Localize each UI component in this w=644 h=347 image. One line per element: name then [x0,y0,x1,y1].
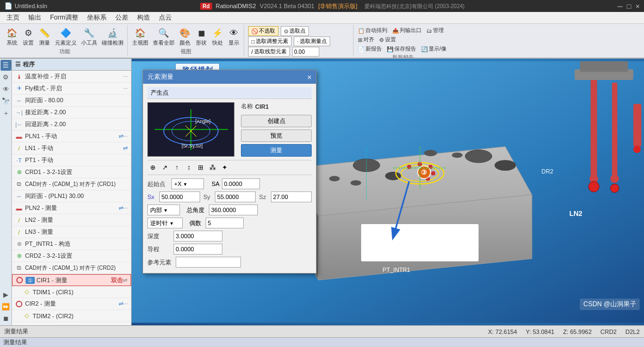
sidebar-icon-add[interactable]: ＋ [1,108,11,119]
prog-item-cir2[interactable]: CIR2 - 测量 ⇌ ··· [12,298,131,310]
tb-element-def-btn[interactable]: 🔷元素定义 [53,27,78,47]
prog-item-cir1[interactable]: ① CIR1 - 测量 双击 ⇌ [12,274,131,286]
prog-pln1-menu[interactable]: ··· [123,133,128,139]
dlg-icon-5[interactable]: ⊞ [195,162,206,173]
prog-item-fly[interactable]: ✈ Fly模式 - 开启 ··· [12,83,131,95]
total-angle-input[interactable] [209,205,258,215]
ref-input[interactable] [176,257,241,268]
prog-item-crd1[interactable]: ⊕ CRD1 - 3-2-1设置 [12,166,131,178]
tb-view-all-btn[interactable]: 🔍查看全部 [151,27,176,47]
select-elem-btn[interactable]: □选取调整元素 [248,36,292,46]
prog-item-cad1[interactable]: ⧉ CAD对齐 - (CADM_1) 对齐于 (CRD1) [12,178,131,190]
prog-fly-menu[interactable]: ··· [123,85,128,91]
window-controls[interactable]: ─ □ × [617,2,640,10]
prog-item-pt-intr1[interactable]: ⊕ PT_INTR1 - 构造 [12,238,131,250]
close-button[interactable]: × [635,2,640,10]
count-input[interactable] [206,218,244,228]
sidebar-icon-stop[interactable]: ⏹ [1,313,11,324]
menu-home[interactable]: 主页 [2,12,24,23]
tb-fast-btn[interactable]: ⚡快处 [210,27,225,47]
sidebar-icon-view[interactable]: 👁 [1,84,11,95]
prog-cir2-menu[interactable]: ··· [123,301,128,307]
create-point-btn[interactable]: 创建点 [241,115,312,127]
prog-temperature-menu[interactable]: ··· [123,73,128,79]
prog-item-gap2[interactable]: ↔ 间距面 - (PLN1) 30.00 [12,190,131,202]
tb-new-report-btn[interactable]: 📄新报告 [356,45,383,53]
dialog-close-btn[interactable]: × [307,73,312,82]
prog-item-temperature[interactable]: 🌡 温度补偿 - 开启 ··· [12,71,131,83]
prog-item-tdim2[interactable]: ◇ TDIM2 - (CIR2) [12,310,131,322]
menu-coord[interactable]: 坐标系 [83,12,111,23]
tb-align-btn[interactable]: ⊞对齐 [356,35,376,44]
tb-save-report-btn[interactable]: 💾保存报告 [385,45,418,53]
tb-main-view-btn[interactable]: 🏠主视图 [131,27,150,47]
tb-manage-btn[interactable]: 🗂管理 [425,26,445,35]
inner-select[interactable]: 内部 [147,205,180,215]
select-line-btn[interactable]: /选取线型元素 [248,47,290,57]
sy-input[interactable] [215,191,256,202]
tb-color-btn[interactable]: 🎨颜色 [177,27,193,47]
sx-input[interactable] [159,191,200,202]
sidebar-icon-play[interactable]: ▶ [1,289,11,300]
sa-input[interactable] [222,178,260,189]
sz-input[interactable] [271,191,312,202]
prog-item-pt1[interactable]: ·T PT1 - 手动 [12,154,131,166]
tb-report-settings-btn[interactable]: ⚙设置 [377,35,398,44]
depth-input[interactable] [174,231,222,241]
tb-collision-btn[interactable]: 🔬碰撞检测 [100,27,125,47]
dialog-title-bar[interactable]: 元素测量 × [143,70,316,84]
sidebar-icon-play2[interactable]: ⏩ [1,301,11,312]
tb-tools-btn[interactable]: 🔧小工具 [79,27,99,47]
menu-pointcloud[interactable]: 点云 [154,12,176,23]
dialog-right-panel: 名称 CIR1 创建点 预览 测量 [241,102,312,157]
tb-settings-btn[interactable]: ⚙设置 [21,27,36,47]
menu-construct[interactable]: 构造 [133,12,154,23]
start-point-select[interactable]: +X [171,178,204,189]
prog-item-ln2[interactable]: / LN2 - 测量 [12,214,131,226]
tb-measure-btn[interactable]: 📏测量 [37,27,52,47]
prog-item-approach[interactable]: →| 接近距离 - 2.00 [12,107,131,119]
prog-item-retract[interactable]: |← 回退距离 - 2.00 [12,119,131,131]
prog-item-ln1[interactable]: / LN1 - 手动 ⇌ [12,142,131,154]
prog-item-pln2[interactable]: ▬ PLN2 - 测量 ⇌ ··· [12,202,131,214]
maximize-button[interactable]: □ [627,2,631,10]
prog-cir1-menu[interactable]: ⇌ [123,277,127,283]
menu-tolerance[interactable]: 公差 [111,12,133,23]
dlg-icon-1[interactable]: ⊕ [147,162,158,173]
dlg-icon-2[interactable]: ↗ [159,162,170,173]
select-value-input[interactable] [292,47,319,57]
menu-form[interactable]: Form调整 [46,12,83,23]
menu-output[interactable]: 输出 [24,12,46,23]
select-measure-btn[interactable]: ·选取测量点 [294,36,330,46]
minimize-button[interactable]: ─ [617,2,622,10]
tb-show-mirror-btn[interactable]: 🔄显示/像 [419,45,448,53]
pt-intr-icon: ⊕ [15,240,23,248]
measure-btn[interactable]: 测量 [241,144,312,157]
tb-shape-btn[interactable]: ◼形状 [194,27,209,47]
measurement-dialog[interactable]: 元素测量 × 产生点 [143,70,317,274]
3d-viewport[interactable]: ③ LN3 LN2 DR2 PN1 PT_INTR1 [132,59,644,325]
dlg-icon-7[interactable]: ✦ [219,162,230,173]
sidebar-icon-list[interactable]: ☰ [1,60,11,71]
prog-item-crd2[interactable]: ⊕ CRD2 - 3-2-1设置 [12,250,131,262]
prog-pln2-menu[interactable]: ··· [123,205,128,211]
prog-item-ln3[interactable]: / LN3 - 测量 [12,226,131,238]
dlg-icon-3[interactable]: ↑ [171,162,182,173]
tb-output-ports-btn[interactable]: 📤列输出口 [391,26,423,35]
lead-input[interactable] [174,244,222,255]
tb-system-btn[interactable]: 🏠系统 [4,27,20,47]
dlg-icon-6[interactable]: ⁂ [207,162,218,173]
no-select-btn[interactable]: 🚫不选取 [248,26,278,36]
prog-item-gap[interactable]: ↔ 间距面 - 80.00 [12,95,131,107]
prog-item-tdim1[interactable]: ◇ TDIM1 - (CIR1) [12,286,131,298]
sidebar-icon-settings[interactable]: ⚙ [1,72,11,83]
prog-item-cad2[interactable]: ⧉ CAD对齐 - (CADM_1) 对齐于 (CRD2) [12,262,131,274]
prog-item-pln1[interactable]: ▬ PLN1 - 手动 ⇌ ··· [12,131,131,142]
sidebar-icon-probe[interactable]: 🔭 [1,96,11,107]
select-point-btn[interactable]: ⊙选取点 [281,26,309,36]
tb-display-btn[interactable]: 👁显示 [226,27,242,47]
direction-select[interactable]: 逆时针 [147,218,183,228]
tb-auto-arrange-btn[interactable]: 📋自动排列 [356,26,389,35]
dlg-icon-4[interactable]: ↕ [183,162,194,173]
preview-btn[interactable]: 预览 [241,129,312,142]
